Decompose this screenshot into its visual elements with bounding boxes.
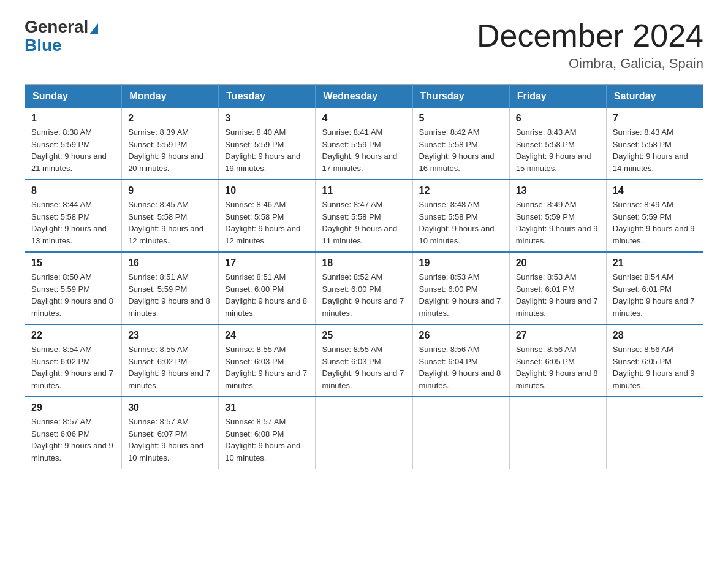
day-info: Sunrise: 8:45 AM Sunset: 5:58 PM Dayligh…: [128, 199, 212, 247]
calendar-table: SundayMondayTuesdayWednesdayThursdayFrid…: [25, 84, 703, 469]
day-info: Sunrise: 8:57 AM Sunset: 6:07 PM Dayligh…: [128, 416, 212, 464]
day-info: Sunrise: 8:56 AM Sunset: 6:05 PM Dayligh…: [516, 343, 600, 391]
day-cell: 1 Sunrise: 8:38 AM Sunset: 5:59 PM Dayli…: [25, 108, 122, 180]
week-row-5: 29 Sunrise: 8:57 AM Sunset: 6:06 PM Dayl…: [25, 397, 703, 469]
logo-triangle-icon: [89, 23, 98, 34]
weekday-header-monday: Monday: [122, 85, 219, 109]
day-cell: 20 Sunrise: 8:53 AM Sunset: 6:01 PM Dayl…: [509, 252, 606, 324]
day-cell: 10 Sunrise: 8:46 AM Sunset: 5:58 PM Dayl…: [219, 180, 316, 252]
day-number: 12: [419, 185, 503, 196]
day-cell: 14 Sunrise: 8:49 AM Sunset: 5:59 PM Dayl…: [606, 180, 703, 252]
day-number: 31: [225, 402, 309, 413]
day-cell: 4 Sunrise: 8:41 AM Sunset: 5:59 PM Dayli…: [316, 108, 412, 180]
week-row-2: 8 Sunrise: 8:44 AM Sunset: 5:58 PM Dayli…: [25, 180, 703, 252]
day-info: Sunrise: 8:41 AM Sunset: 5:59 PM Dayligh…: [322, 126, 406, 174]
weekday-header-tuesday: Tuesday: [219, 85, 316, 109]
day-info: Sunrise: 8:43 AM Sunset: 5:58 PM Dayligh…: [613, 126, 697, 174]
day-number: 11: [322, 185, 406, 196]
day-cell: 31 Sunrise: 8:57 AM Sunset: 6:08 PM Dayl…: [219, 397, 316, 469]
day-number: 15: [31, 258, 115, 269]
day-number: 4: [322, 113, 406, 124]
day-cell: [606, 397, 703, 469]
day-number: 3: [225, 113, 309, 124]
day-number: 9: [128, 185, 212, 196]
week-row-3: 15 Sunrise: 8:50 AM Sunset: 5:59 PM Dayl…: [25, 252, 703, 324]
logo-general-text: General: [25, 18, 88, 36]
day-number: 5: [419, 113, 503, 124]
day-info: Sunrise: 8:54 AM Sunset: 6:02 PM Dayligh…: [31, 343, 115, 391]
day-info: Sunrise: 8:51 AM Sunset: 6:00 PM Dayligh…: [225, 271, 309, 319]
day-info: Sunrise: 8:38 AM Sunset: 5:59 PM Dayligh…: [31, 126, 115, 174]
day-cell: [316, 397, 412, 469]
day-info: Sunrise: 8:49 AM Sunset: 5:59 PM Dayligh…: [516, 199, 600, 247]
day-info: Sunrise: 8:52 AM Sunset: 6:00 PM Dayligh…: [322, 271, 406, 319]
day-info: Sunrise: 8:50 AM Sunset: 5:59 PM Dayligh…: [31, 271, 115, 319]
day-number: 8: [31, 185, 115, 196]
weekday-header-saturday: Saturday: [606, 85, 703, 109]
day-cell: 28 Sunrise: 8:56 AM Sunset: 6:05 PM Dayl…: [606, 324, 703, 397]
day-cell: 23 Sunrise: 8:55 AM Sunset: 6:02 PM Dayl…: [122, 324, 219, 397]
day-info: Sunrise: 8:54 AM Sunset: 6:01 PM Dayligh…: [613, 271, 697, 319]
day-info: Sunrise: 8:51 AM Sunset: 5:59 PM Dayligh…: [128, 271, 212, 319]
week-row-4: 22 Sunrise: 8:54 AM Sunset: 6:02 PM Dayl…: [25, 324, 703, 397]
weekday-header-wednesday: Wednesday: [316, 85, 412, 109]
day-cell: 11 Sunrise: 8:47 AM Sunset: 5:58 PM Dayl…: [316, 180, 412, 252]
day-number: 18: [322, 258, 406, 269]
day-info: Sunrise: 8:57 AM Sunset: 6:08 PM Dayligh…: [225, 416, 309, 464]
day-info: Sunrise: 8:56 AM Sunset: 6:05 PM Dayligh…: [613, 343, 697, 391]
day-cell: 13 Sunrise: 8:49 AM Sunset: 5:59 PM Dayl…: [509, 180, 606, 252]
day-cell: 16 Sunrise: 8:51 AM Sunset: 5:59 PM Dayl…: [122, 252, 219, 324]
day-cell: 9 Sunrise: 8:45 AM Sunset: 5:58 PM Dayli…: [122, 180, 219, 252]
day-number: 17: [225, 258, 309, 269]
month-title: December 2024: [477, 18, 703, 53]
day-number: 7: [613, 113, 697, 124]
day-info: Sunrise: 8:40 AM Sunset: 5:59 PM Dayligh…: [225, 126, 309, 174]
day-cell: 12 Sunrise: 8:48 AM Sunset: 5:58 PM Dayl…: [412, 180, 509, 252]
day-info: Sunrise: 8:48 AM Sunset: 5:58 PM Dayligh…: [419, 199, 503, 247]
day-cell: 18 Sunrise: 8:52 AM Sunset: 6:00 PM Dayl…: [316, 252, 412, 324]
page-header: General Blue December 2024 Oimbra, Galic…: [25, 18, 703, 72]
day-info: Sunrise: 8:55 AM Sunset: 6:02 PM Dayligh…: [128, 343, 212, 391]
day-number: 26: [419, 330, 503, 341]
day-cell: 30 Sunrise: 8:57 AM Sunset: 6:07 PM Dayl…: [122, 397, 219, 469]
day-info: Sunrise: 8:43 AM Sunset: 5:58 PM Dayligh…: [516, 126, 600, 174]
day-number: 23: [128, 330, 212, 341]
day-info: Sunrise: 8:55 AM Sunset: 6:03 PM Dayligh…: [225, 343, 309, 391]
day-cell: [509, 397, 606, 469]
day-info: Sunrise: 8:53 AM Sunset: 6:01 PM Dayligh…: [516, 271, 600, 319]
day-cell: 6 Sunrise: 8:43 AM Sunset: 5:58 PM Dayli…: [509, 108, 606, 180]
day-number: 28: [613, 330, 697, 341]
day-cell: 15 Sunrise: 8:50 AM Sunset: 5:59 PM Dayl…: [25, 252, 122, 324]
day-info: Sunrise: 8:57 AM Sunset: 6:06 PM Dayligh…: [31, 416, 115, 464]
day-cell: 7 Sunrise: 8:43 AM Sunset: 5:58 PM Dayli…: [606, 108, 703, 180]
weekday-header-thursday: Thursday: [412, 85, 509, 109]
logo: General Blue: [25, 18, 99, 55]
day-number: 2: [128, 113, 212, 124]
weekday-header-row: SundayMondayTuesdayWednesdayThursdayFrid…: [25, 85, 703, 109]
day-number: 25: [322, 330, 406, 341]
day-cell: 5 Sunrise: 8:42 AM Sunset: 5:58 PM Dayli…: [412, 108, 509, 180]
weekday-header-friday: Friday: [509, 85, 606, 109]
day-info: Sunrise: 8:46 AM Sunset: 5:58 PM Dayligh…: [225, 199, 309, 247]
day-info: Sunrise: 8:47 AM Sunset: 5:58 PM Dayligh…: [322, 199, 406, 247]
day-cell: 27 Sunrise: 8:56 AM Sunset: 6:05 PM Dayl…: [509, 324, 606, 397]
day-cell: [412, 397, 509, 469]
day-cell: 8 Sunrise: 8:44 AM Sunset: 5:58 PM Dayli…: [25, 180, 122, 252]
day-number: 24: [225, 330, 309, 341]
logo-blue-text: Blue: [25, 36, 62, 55]
week-row-1: 1 Sunrise: 8:38 AM Sunset: 5:59 PM Dayli…: [25, 108, 703, 180]
day-cell: 24 Sunrise: 8:55 AM Sunset: 6:03 PM Dayl…: [219, 324, 316, 397]
day-number: 14: [613, 185, 697, 196]
day-cell: 21 Sunrise: 8:54 AM Sunset: 6:01 PM Dayl…: [606, 252, 703, 324]
day-cell: 29 Sunrise: 8:57 AM Sunset: 6:06 PM Dayl…: [25, 397, 122, 469]
day-number: 29: [31, 402, 115, 413]
location-subtitle: Oimbra, Galicia, Spain: [477, 56, 703, 72]
day-number: 21: [613, 258, 697, 269]
day-number: 27: [516, 330, 600, 341]
day-cell: 3 Sunrise: 8:40 AM Sunset: 5:59 PM Dayli…: [219, 108, 316, 180]
day-number: 19: [419, 258, 503, 269]
title-section: December 2024 Oimbra, Galicia, Spain: [477, 18, 703, 72]
day-number: 20: [516, 258, 600, 269]
day-number: 6: [516, 113, 600, 124]
day-info: Sunrise: 8:39 AM Sunset: 5:59 PM Dayligh…: [128, 126, 212, 174]
